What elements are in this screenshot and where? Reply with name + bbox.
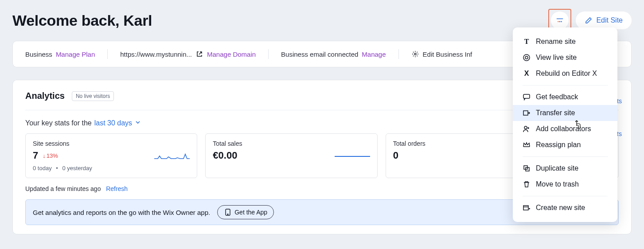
- trash-icon: [523, 180, 531, 188]
- svg-point-1: [558, 21, 559, 22]
- menu-label: Create new site: [536, 204, 585, 212]
- menu-label: Move to trash: [536, 180, 579, 188]
- edit-business-label: Edit Business Inf: [423, 51, 472, 58]
- stat-value: 7: [33, 150, 38, 161]
- edit-site-button[interactable]: Edit Site: [576, 12, 632, 29]
- sparkline-icon: [154, 152, 190, 163]
- svg-point-3: [561, 21, 562, 22]
- menu-separator: [523, 156, 608, 157]
- divider: [398, 49, 399, 59]
- dot: •: [56, 165, 58, 171]
- menu-rebuild-editorx[interactable]: X Rebuild on Editor X: [513, 66, 617, 82]
- menu-add-collaborators[interactable]: Add collaborators: [513, 121, 617, 137]
- menu-get-feedback[interactable]: Get feedback: [513, 89, 617, 105]
- stats-range-select[interactable]: last 30 days: [94, 119, 132, 127]
- stat-label: Total sales: [213, 140, 370, 147]
- divider: [268, 49, 269, 59]
- plan-info: Business Manage Plan: [25, 51, 95, 58]
- get-app-label: Get the App: [234, 209, 267, 216]
- menu-duplicate-site[interactable]: Duplicate site: [513, 160, 617, 176]
- manage-domain-link[interactable]: Manage Domain: [207, 51, 256, 58]
- menu-label: Add collaborators: [536, 125, 591, 133]
- menu-rename-site[interactable]: T Rename site: [513, 34, 617, 50]
- gear-icon: [411, 50, 419, 58]
- manage-email-link[interactable]: Manage: [362, 51, 386, 58]
- svg-rect-9: [523, 94, 530, 98]
- visitors-badge: No live visitors: [72, 91, 114, 101]
- menu-reassign-plan[interactable]: Reassign plan: [513, 137, 617, 153]
- copy-icon: [523, 164, 531, 172]
- menu-label: Duplicate site: [536, 164, 578, 172]
- text-icon: T: [523, 38, 531, 46]
- sparkline-icon: [335, 152, 370, 163]
- svg-point-6: [227, 214, 228, 215]
- menu-label: Reassign plan: [536, 141, 581, 149]
- svg-point-4: [414, 53, 416, 55]
- trend-percent: 13%: [47, 152, 58, 159]
- manage-plan-link[interactable]: Manage Plan: [56, 51, 95, 58]
- menu-transfer-site[interactable]: Transfer site: [513, 105, 617, 121]
- menu-label: Transfer site: [536, 109, 575, 117]
- refresh-link[interactable]: Refresh: [106, 185, 128, 192]
- updated-text: Updated a few minutes ago: [25, 185, 101, 192]
- user-plus-icon: [523, 125, 531, 133]
- transfer-icon: [523, 109, 531, 117]
- more-dots-icon: [556, 16, 564, 24]
- stat-value: 0: [393, 150, 398, 161]
- site-actions-menu: T Rename site View live site X Rebuild o…: [513, 27, 617, 222]
- editorx-icon: X: [523, 70, 531, 78]
- new-site-icon: [523, 204, 531, 212]
- stat-site-sessions[interactable]: Site sessions 7 ↓ 13% 0 today • 0 yester…: [25, 133, 197, 178]
- menu-label: View live site: [536, 54, 577, 62]
- cursor-icon: [574, 120, 582, 131]
- svg-rect-10: [523, 111, 528, 115]
- menu-label: Rename site: [536, 38, 576, 46]
- svg-point-8: [523, 54, 530, 61]
- business-info[interactable]: Edit Business Inf: [411, 50, 472, 58]
- stat-label: Site sessions: [33, 140, 190, 147]
- menu-label: Get feedback: [536, 93, 578, 101]
- chevron-down-icon[interactable]: [135, 119, 141, 127]
- stat-today: 0 today: [33, 165, 52, 171]
- svg-rect-14: [523, 206, 528, 210]
- divider: [107, 49, 108, 59]
- more-options-button[interactable]: [551, 12, 569, 29]
- menu-view-live[interactable]: View live site: [513, 50, 617, 66]
- stat-value: €0.00: [213, 150, 237, 161]
- email-info: Business email connected Manage: [281, 51, 386, 58]
- arrow-down-icon: ↓: [43, 152, 46, 159]
- svg-point-11: [524, 126, 527, 129]
- get-app-button[interactable]: Get the App: [217, 205, 274, 219]
- stats-prefix: Your key stats for the: [25, 119, 92, 127]
- analytics-title: Analytics: [25, 91, 65, 101]
- promo-text: Get analytics and reports on the go with…: [33, 209, 210, 216]
- menu-label: Rebuild on Editor X: [536, 70, 597, 78]
- chat-icon: [523, 93, 531, 101]
- stat-sub: 0 today • 0 yesterday: [33, 165, 190, 171]
- phone-icon: [224, 208, 232, 216]
- email-label: Business email connected: [281, 51, 358, 58]
- menu-move-to-trash[interactable]: Move to trash: [513, 176, 617, 192]
- domain-url: https://www.mystunnin...: [120, 51, 192, 58]
- stat-yesterday: 0 yesterday: [62, 165, 92, 171]
- svg-point-2: [559, 21, 561, 22]
- menu-separator: [523, 196, 608, 196]
- menu-separator: [523, 85, 608, 86]
- stat-total-sales[interactable]: Total sales €0.00: [205, 133, 377, 178]
- page-title: Welcome back, Karl: [12, 12, 152, 29]
- trend-down: ↓ 13%: [43, 152, 58, 159]
- edit-site-label: Edit Site: [596, 16, 623, 24]
- domain-info: https://www.mystunnin... Manage Domain: [120, 50, 256, 58]
- pencil-icon: [585, 16, 593, 24]
- menu-create-new-site[interactable]: Create new site: [513, 200, 617, 216]
- svg-point-7: [525, 56, 528, 59]
- crown-icon: [523, 141, 531, 149]
- eye-icon: [523, 54, 531, 62]
- external-link-icon[interactable]: [195, 50, 203, 58]
- plan-label: Business: [25, 51, 52, 58]
